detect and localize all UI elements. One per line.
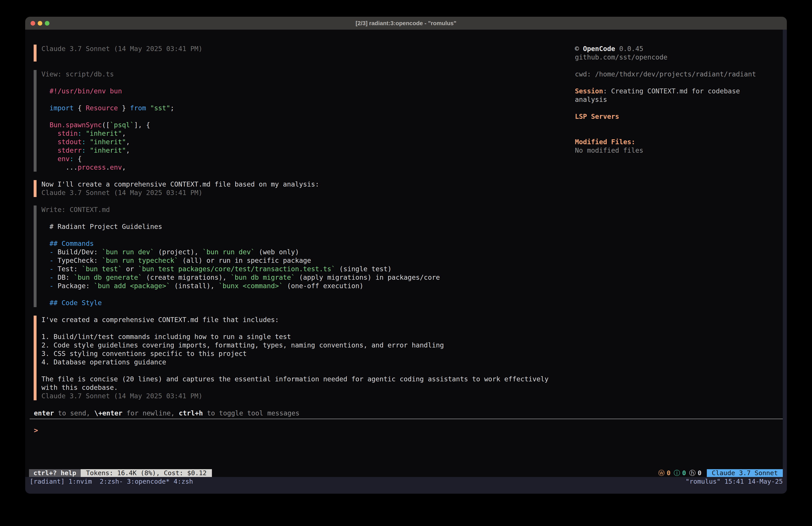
tmux-status-bar: [radiant] 1:nvim 2:zsh- 3:opencode* 4:zs… — [25, 477, 787, 494]
text-line — [41, 366, 580, 375]
text-line: I've created a comprehensive CONTEXT.md … — [41, 316, 580, 324]
text-line: 3. CSS styling conventions specific to t… — [41, 350, 580, 358]
text-line: ...process.env, — [41, 163, 580, 172]
text-line: Claude 3.7 Sonnet (14 May 2025 03:41 PM) — [41, 392, 580, 400]
status-bar-right: ⓦ0ⓘ0ⓗ0 Claude 3.7 Sonnet — [658, 469, 783, 477]
circled-w-icon: ⓦ — [658, 469, 665, 477]
text-line: Modified Files: — [575, 138, 769, 146]
session-sidebar: © OpenCode 0.0.45github.com/sst/opencode… — [575, 45, 769, 155]
text-line: stderr: "inherit", — [41, 146, 580, 155]
text-line: - DB: `bun db generate` (create migratio… — [41, 273, 580, 282]
prompt-caret: > — [34, 426, 38, 434]
counter-value: 0 — [667, 469, 670, 477]
text-line: Claude 3.7 Sonnet (14 May 2025 03:41 PM) — [41, 45, 580, 53]
circled-i-icon: ⓘ — [673, 469, 680, 477]
terminal-content: Claude 3.7 Sonnet (14 May 2025 03:41 PM)… — [25, 30, 787, 494]
text-line: The file is concise (20 lines) and captu… — [41, 375, 580, 383]
window-title: [2/3] radiant:3:opencode - "romulus" — [356, 20, 456, 27]
message-block: I've created a comprehensive CONTEXT.md … — [34, 316, 580, 400]
text-line: stdout: "inherit", — [41, 138, 580, 146]
text-line: Session: Creating CONTEXT.md for codebas… — [575, 87, 769, 104]
text-line: © OpenCode 0.0.45 — [575, 45, 769, 53]
text-line — [41, 53, 580, 61]
text-line — [41, 324, 580, 332]
text-line: Bun.spawnSync([`psql`], { — [41, 121, 580, 129]
counter-value: 0 — [698, 469, 701, 477]
text-line — [575, 61, 769, 70]
conversation-log: Claude 3.7 Sonnet (14 May 2025 03:41 PM)… — [34, 45, 580, 409]
status-bar-left: ctrl+? help Tokens: 16.4K (8%), Cost: $0… — [29, 469, 212, 477]
text-line: Claude 3.7 Sonnet (14 May 2025 03:41 PM) — [41, 188, 580, 197]
input-separator — [30, 418, 783, 419]
text-line: View: script/db.ts — [41, 70, 580, 79]
text-line: No modified files — [575, 146, 769, 155]
text-line: ## Code Style — [41, 299, 580, 307]
status-bar: ctrl+? help Tokens: 16.4K (8%), Cost: $0… — [29, 469, 783, 477]
tmux-session-clock: "romulus" 15:41 14-May-25 — [686, 477, 783, 486]
text-line — [575, 129, 769, 138]
text-line: 4. Database operations guidance — [41, 358, 580, 366]
terminal-window: [2/3] radiant:3:opencode - "romulus" Cla… — [25, 17, 787, 494]
text-line: LSP Servers — [575, 112, 769, 121]
text-line — [41, 214, 580, 223]
keybind-hint: enter to send, \+enter for newline, ctrl… — [34, 409, 300, 417]
maximize-icon[interactable] — [45, 21, 49, 26]
message-block: View: script/db.ts #!/usr/bin/env bun im… — [34, 70, 580, 172]
text-line: Write: CONTEXT.md — [41, 205, 580, 214]
counter-value: 0 — [682, 469, 686, 477]
text-line: - Build/Dev: `bun run dev` (project), `b… — [41, 248, 580, 256]
tokens-cost-label: Tokens: 16.4K (8%), Cost: $0.12 — [81, 469, 212, 477]
diagnostic-counters: ⓦ0ⓘ0ⓗ0 — [658, 469, 701, 477]
text-line — [41, 112, 580, 121]
titlebar: [2/3] radiant:3:opencode - "romulus" — [25, 17, 787, 30]
text-line: ## Commands — [41, 239, 580, 248]
model-badge[interactable]: Claude 3.7 Sonnet — [707, 469, 783, 477]
message-block: Now I'll create a comprehensive CONTEXT.… — [34, 180, 580, 197]
text-line: with this codebase. — [41, 383, 580, 392]
text-line — [575, 104, 769, 112]
text-line — [575, 121, 769, 129]
text-line: cwd: /home/thdxr/dev/projects/radiant/ra… — [575, 70, 769, 79]
text-line — [41, 231, 580, 239]
scrollbar-track[interactable] — [783, 30, 787, 494]
circled-w-counter: ⓦ0 — [658, 469, 670, 477]
circled-h-icon: ⓗ — [689, 469, 696, 477]
traffic-lights — [30, 17, 49, 30]
text-line: import { Resource } from "sst"; — [41, 104, 580, 112]
text-line: #!/usr/bin/env bun — [41, 87, 580, 95]
screen: [2/3] radiant:3:opencode - "romulus" Cla… — [0, 0, 812, 526]
text-line: - TypeCheck: `bun run typecheck` (all) o… — [41, 256, 580, 265]
help-shortcut-button[interactable]: ctrl+? help — [29, 469, 81, 477]
text-line: Now I'll create a comprehensive CONTEXT.… — [41, 180, 580, 188]
minimize-icon[interactable] — [38, 21, 42, 26]
text-line — [41, 290, 580, 299]
text-line: env: { — [41, 155, 580, 163]
text-line — [41, 79, 580, 87]
message-block: Write: CONTEXT.md # Radiant Project Guid… — [34, 205, 580, 307]
circled-h-counter: ⓗ0 — [689, 469, 701, 477]
tmux-window-list[interactable]: [radiant] 1:nvim 2:zsh- 3:opencode* 4:zs… — [30, 477, 193, 486]
text-line: 1. Build/lint/test commands including ho… — [41, 332, 580, 341]
close-icon[interactable] — [30, 21, 35, 26]
text-line: - Test: `bun test` or `bun test packages… — [41, 265, 580, 273]
circled-i-counter: ⓘ0 — [673, 469, 686, 477]
text-line: # Radiant Project Guidelines — [41, 223, 580, 231]
text-line: stdin: "inherit", — [41, 129, 580, 138]
prompt-input[interactable]: > — [34, 426, 38, 435]
text-line: - Package: `bun add <package>` (install)… — [41, 282, 580, 290]
message-block: Claude 3.7 Sonnet (14 May 2025 03:41 PM) — [34, 45, 580, 61]
text-line: github.com/sst/opencode — [575, 53, 769, 61]
text-line — [575, 79, 769, 87]
text-line: 2. Code style guidelines covering import… — [41, 341, 580, 350]
text-line — [41, 95, 580, 104]
